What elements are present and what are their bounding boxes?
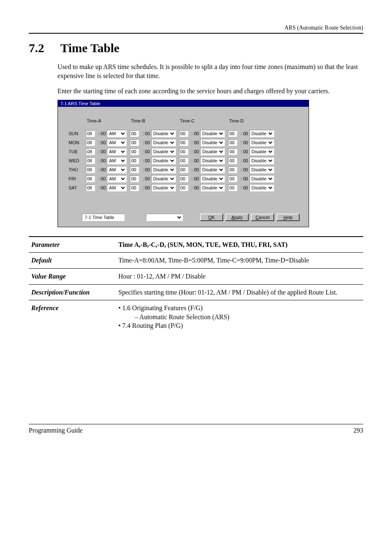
time-a-ampm-select[interactable]: AM — [107, 175, 127, 182]
time-a-hour-input[interactable] — [86, 157, 95, 164]
time-b-minute-label: : 00 — [142, 158, 150, 163]
time-a-minute-label: : 00 — [98, 131, 106, 136]
time-b-minute-label: : 00 — [142, 176, 150, 181]
intro-paragraph-2: Enter the starting time of each zone acc… — [58, 87, 363, 96]
time-b-hour-input[interactable] — [130, 166, 139, 173]
time-a-ampm-select[interactable]: AM — [107, 148, 127, 155]
time-b-disable-select[interactable]: Disable — [151, 166, 176, 173]
time-a-ampm-select[interactable]: AM — [107, 139, 127, 146]
time-b-disable-select[interactable]: Disable — [151, 175, 176, 182]
table-row: SAT: 00 AM: 00 Disable: 00 Disable: 00 D… — [67, 183, 276, 192]
reference-line-1: • 1.6 Originating Features (F/G) — [118, 304, 361, 313]
description-label: Description/Function — [29, 284, 116, 300]
help-button[interactable]: Help — [277, 214, 300, 221]
parameter-table: Parameter Time A,-B,-C,-D, (SUN, MON, TU… — [29, 236, 363, 334]
time-b-disable-select[interactable]: Disable — [151, 139, 176, 146]
time-a-minute-label: : 00 — [98, 149, 106, 154]
time-d-disable-select[interactable]: Disable — [249, 139, 274, 146]
time-a-hour-input[interactable] — [86, 184, 95, 191]
time-d-hour-input[interactable] — [228, 184, 237, 191]
time-c-minute-label: : 00 — [191, 131, 199, 136]
time-b-disable-select[interactable]: Disable — [151, 184, 176, 191]
ok-button[interactable]: OK — [200, 214, 223, 221]
col-time-b: Time-B — [128, 118, 177, 129]
time-c-hour-input[interactable] — [179, 175, 188, 182]
time-d-disable-select[interactable]: Disable — [249, 166, 274, 173]
intro-paragraph-1: Used to make up ARS time schedules. It i… — [58, 62, 363, 80]
table-row: SUN: 00 AM: 00 Disable: 00 Disable: 00 D… — [67, 129, 276, 138]
header-rule — [29, 33, 363, 34]
day-label: THU — [67, 165, 84, 174]
day-label: MON — [67, 138, 84, 147]
col-time-a: Time-A — [84, 118, 128, 129]
day-label: FRI — [67, 174, 84, 183]
description-value: Specifies starting time (Hour: 01-12, AM… — [116, 284, 363, 300]
time-d-hour-input[interactable] — [228, 130, 237, 137]
time-c-hour-input[interactable] — [179, 130, 188, 137]
time-c-hour-input[interactable] — [179, 139, 188, 146]
day-label: WED — [67, 156, 84, 165]
time-a-minute-label: : 00 — [98, 158, 106, 163]
table-row: THU: 00 AM: 00 Disable: 00 Disable: 00 D… — [67, 165, 276, 174]
time-d-hour-input[interactable] — [228, 148, 237, 155]
time-a-hour-input[interactable] — [86, 175, 95, 182]
time-d-hour-input[interactable] — [228, 175, 237, 182]
reference-label: Reference — [29, 300, 116, 334]
apply-button[interactable]: Apply — [226, 214, 249, 221]
time-b-hour-input[interactable] — [130, 157, 139, 164]
time-a-hour-input[interactable] — [86, 130, 95, 137]
dialog-titlebar: 7-1 ARS Time Table — [58, 100, 309, 107]
time-c-disable-select[interactable]: Disable — [200, 175, 225, 182]
time-c-disable-select[interactable]: Disable — [200, 166, 225, 173]
time-c-hour-input[interactable] — [179, 184, 188, 191]
time-c-disable-select[interactable]: Disable — [200, 184, 225, 191]
time-b-hour-input[interactable] — [130, 148, 139, 155]
time-d-minute-label: : 00 — [240, 185, 248, 190]
cancel-button[interactable]: Cancel — [251, 214, 274, 221]
time-c-minute-label: : 00 — [191, 140, 199, 145]
time-d-hour-input[interactable] — [228, 157, 237, 164]
time-d-disable-select[interactable]: Disable — [249, 130, 274, 137]
time-a-ampm-select[interactable]: AM — [107, 184, 127, 191]
default-value: Time-A=8:00AM, Time-B=5:00PM, Time-C=9:0… — [116, 253, 363, 269]
time-c-minute-label: : 00 — [191, 185, 199, 190]
time-c-hour-input[interactable] — [179, 157, 188, 164]
time-c-disable-select[interactable]: Disable — [200, 139, 225, 146]
time-b-disable-select[interactable]: Disable — [151, 148, 176, 155]
time-a-hour-input[interactable] — [86, 148, 95, 155]
time-c-minute-label: : 00 — [191, 176, 199, 181]
time-a-ampm-select[interactable]: AM — [107, 130, 127, 137]
reference-line-2: – Automatic Route Selection (ARS) — [118, 313, 361, 322]
time-b-minute-label: : 00 — [142, 167, 150, 172]
time-a-ampm-select[interactable]: AM — [107, 166, 127, 173]
time-a-ampm-select[interactable]: AM — [107, 157, 127, 164]
screen-name-select[interactable] — [146, 214, 183, 221]
time-d-hour-input[interactable] — [228, 166, 237, 173]
time-c-hour-input[interactable] — [179, 166, 188, 173]
time-d-disable-select[interactable]: Disable — [249, 175, 274, 182]
col-time-c: Time-C — [178, 118, 226, 129]
time-d-disable-select[interactable]: Disable — [249, 157, 274, 164]
time-c-hour-input[interactable] — [179, 148, 188, 155]
time-d-hour-input[interactable] — [228, 139, 237, 146]
reference-value: • 1.6 Originating Features (F/G) – Autom… — [116, 300, 363, 334]
page-footer: Programming Guide 293 — [29, 427, 363, 434]
time-c-disable-select[interactable]: Disable — [200, 130, 225, 137]
time-d-minute-label: : 00 — [240, 149, 248, 154]
time-c-disable-select[interactable]: Disable — [200, 157, 225, 164]
time-d-disable-select[interactable]: Disable — [249, 148, 274, 155]
time-d-minute-label: : 00 — [240, 140, 248, 145]
time-c-disable-select[interactable]: Disable — [200, 148, 225, 155]
time-b-disable-select[interactable]: Disable — [151, 157, 176, 164]
day-label: SUN — [67, 129, 84, 138]
time-a-hour-input[interactable] — [86, 139, 95, 146]
time-a-hour-input[interactable] — [86, 166, 95, 173]
time-b-hour-input[interactable] — [130, 184, 139, 191]
time-b-hour-input[interactable] — [130, 139, 139, 146]
time-a-minute-label: : 00 — [98, 185, 106, 190]
time-b-disable-select[interactable]: Disable — [151, 130, 176, 137]
time-a-minute-label: : 00 — [98, 140, 106, 145]
time-d-disable-select[interactable]: Disable — [249, 184, 274, 191]
time-b-hour-input[interactable] — [130, 130, 139, 137]
time-b-hour-input[interactable] — [130, 175, 139, 182]
